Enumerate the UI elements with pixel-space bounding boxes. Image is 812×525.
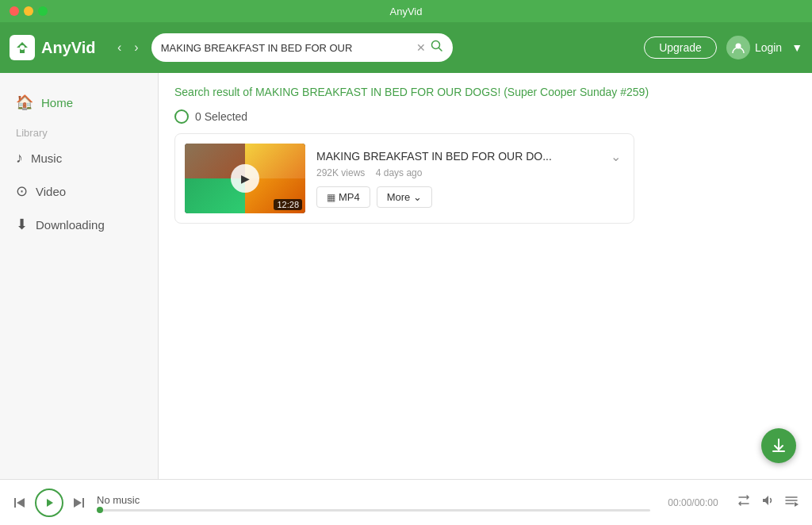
close-button[interactable]	[10, 6, 19, 16]
svg-line-2	[439, 48, 442, 52]
sidebar-music-label: Music	[31, 151, 62, 165]
login-area[interactable]: Login	[726, 36, 782, 59]
header-right: Upgrade Login ▼	[644, 36, 802, 59]
svg-rect-4	[14, 498, 16, 508]
app-name: AnyVid	[41, 39, 96, 57]
window-title: AnyVid	[390, 6, 423, 17]
select-count-label: 0 Selected	[195, 110, 247, 123]
maximize-button[interactable]	[38, 6, 48, 16]
more-button[interactable]: More ⌄	[377, 186, 433, 208]
back-button[interactable]: ‹	[113, 37, 126, 58]
player-right	[736, 492, 799, 512]
time-display: 00:00/00:00	[661, 497, 725, 508]
svg-marker-9	[795, 502, 799, 507]
video-title: MAKING BREAKFAST IN BED FOR OUR DO...	[316, 149, 607, 165]
mp4-button[interactable]: ▦ MP4	[316, 186, 370, 208]
expand-button[interactable]: ⌄	[607, 149, 624, 164]
sidebar-downloading-label: Downloading	[36, 218, 105, 232]
download-icon: ⬇	[16, 216, 28, 233]
progress-bar[interactable]	[97, 509, 650, 512]
thumbnail-play-icon: ▶	[231, 164, 259, 193]
titlebar: AnyVid	[0, 0, 812, 22]
playlist-button[interactable]	[783, 492, 799, 512]
main-layout: 🏠 Home Library ♪ Music ⊙ Video ⬇ Downloa…	[0, 73, 812, 479]
prev-button[interactable]	[13, 496, 27, 510]
mp4-icon: ▦	[327, 192, 335, 203]
clear-search-icon[interactable]: ✕	[416, 41, 426, 54]
video-info: MAKING BREAKFAST IN BED FOR OUR DO... ⌄ …	[316, 149, 624, 209]
login-label: Login	[755, 41, 782, 54]
action-row: ▦ MP4 More ⌄	[316, 186, 624, 208]
repeat-button[interactable]	[736, 492, 752, 512]
dropdown-icon[interactable]: ▼	[791, 41, 802, 54]
search-result-query: MAKING BREAKFAST IN BED FOR OUR DOGS! (S…	[255, 86, 649, 98]
video-duration-badge: 12:28	[274, 199, 302, 210]
search-result-prefix: Search result of	[174, 86, 255, 98]
svg-rect-5	[82, 498, 84, 508]
minimize-button[interactable]	[24, 6, 33, 16]
more-chevron-icon: ⌄	[413, 191, 422, 203]
header: AnyVid ‹ › ✕ Upgrade Login ▼	[0, 22, 812, 73]
sidebar-video-label: Video	[36, 185, 66, 198]
player-track: No music	[97, 494, 650, 512]
nav-arrows: ‹ ›	[113, 37, 144, 58]
select-row: 0 Selected	[174, 109, 796, 124]
video-icon: ⊙	[16, 182, 28, 200]
video-card: ▶ 12:28 MAKING BREAKFAST IN BED FOR OUR …	[174, 133, 634, 224]
content-area: Search result of MAKING BREAKFAST IN BED…	[159, 73, 812, 479]
library-label: Library	[0, 119, 158, 142]
video-age: 4 days ago	[376, 167, 423, 178]
sidebar-home-label: Home	[41, 96, 73, 109]
logo-area: AnyVid	[10, 35, 105, 60]
window-controls	[10, 6, 48, 16]
video-title-row: MAKING BREAKFAST IN BED FOR OUR DO... ⌄	[316, 149, 624, 165]
track-name: No music	[97, 494, 650, 506]
svg-point-0	[20, 45, 25, 50]
progress-dot	[97, 507, 103, 513]
logo-icon	[10, 35, 35, 60]
sidebar: 🏠 Home Library ♪ Music ⊙ Video ⬇ Downloa…	[0, 73, 159, 479]
download-fab-button[interactable]	[761, 428, 796, 463]
music-icon: ♪	[16, 150, 23, 167]
sidebar-item-home[interactable]: 🏠 Home	[0, 86, 158, 119]
home-icon: 🏠	[16, 94, 33, 111]
search-icon[interactable]	[431, 40, 443, 56]
player-controls	[13, 489, 86, 517]
next-button[interactable]	[71, 496, 86, 510]
search-input[interactable]	[161, 42, 416, 54]
sidebar-item-music[interactable]: ♪ Music	[0, 142, 158, 174]
avatar	[726, 36, 750, 59]
bottom-player: No music 00:00/00:00	[0, 479, 812, 525]
video-views: 292K views	[316, 167, 365, 178]
select-all-checkbox[interactable]	[174, 109, 189, 124]
search-result-header: Search result of MAKING BREAKFAST IN BED…	[174, 86, 796, 98]
video-thumbnail: ▶ 12:28	[185, 144, 305, 213]
upgrade-button[interactable]: Upgrade	[644, 36, 717, 59]
volume-button[interactable]	[760, 492, 776, 512]
more-label: More	[387, 191, 411, 203]
search-bar: ✕	[151, 33, 453, 62]
mp4-label: MP4	[339, 191, 360, 203]
sidebar-item-downloading[interactable]: ⬇ Downloading	[0, 208, 158, 241]
video-meta: 292K views 4 days ago	[316, 167, 624, 178]
forward-button[interactable]: ›	[129, 37, 143, 58]
play-button[interactable]	[35, 489, 63, 517]
sidebar-item-video[interactable]: ⊙ Video	[0, 174, 158, 208]
